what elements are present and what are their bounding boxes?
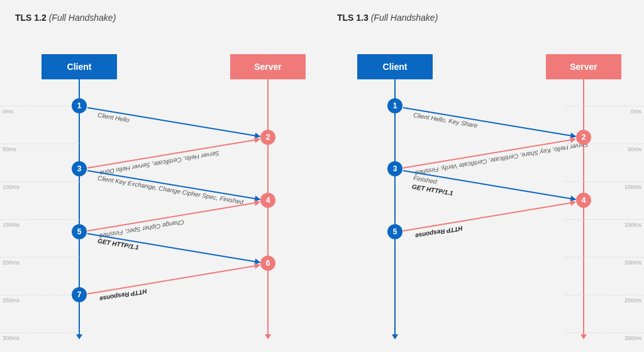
message-label-extra: GET HTTP/1.1 <box>411 183 453 197</box>
time-tick-label: 200ms <box>625 259 641 266</box>
time-tick: 150ms <box>565 219 644 220</box>
message-label: HTTP Response <box>415 225 464 239</box>
time-tick: 300ms <box>565 332 644 333</box>
time-tick-label: 150ms <box>3 222 19 228</box>
time-tick-label: 100ms <box>625 184 641 190</box>
message-arrow: Client Key Exchange, Change Cipher Spec,… <box>87 170 260 200</box>
panel-title: TLS 1.2 (Full Handshake) <box>15 13 116 23</box>
message-label: Server Hello, Certificate, Server Hello … <box>99 150 220 177</box>
time-tick: 300ms <box>0 332 79 333</box>
time-tick: 0ms <box>0 106 79 106</box>
message-label: Client Hello <box>97 111 130 123</box>
step-circle: 3 <box>387 161 402 176</box>
time-tick-label: 100ms <box>3 184 19 190</box>
message-label: GET HTTP/1.1 <box>97 237 139 251</box>
step-circle: 3 <box>72 161 87 176</box>
message-arrow: GET HTTP/1.1 <box>87 233 260 263</box>
time-tick-label: 50ms <box>3 146 16 152</box>
time-tick: 100ms <box>565 181 644 182</box>
step-circle: 1 <box>72 98 87 113</box>
message-label: Client Hello, Key Share <box>413 111 478 129</box>
message-arrow: HTTP Response <box>403 202 576 232</box>
time-tick: 250ms <box>0 295 79 295</box>
message-label: HTTP Response <box>99 288 148 302</box>
message-arrow: Client Hello <box>87 107 260 137</box>
server-box: Server <box>546 54 621 79</box>
step-circle: 4 <box>260 193 275 208</box>
message-arrow: Change Cipher Spec, Finished <box>87 202 260 232</box>
time-tick-label: 0ms <box>3 108 13 115</box>
time-tick-label: 300ms <box>3 335 19 341</box>
time-tick-label: 0ms <box>631 108 641 115</box>
time-tick-label: 250ms <box>625 297 641 304</box>
client-box: Client <box>42 54 117 79</box>
panel-tls12: TLS 1.2 (Full Handshake) ClientServer0ms… <box>0 0 322 352</box>
time-tick: 0ms <box>565 106 644 106</box>
title-bold: TLS 1.2 <box>15 13 47 23</box>
time-tick: 150ms <box>0 219 79 220</box>
client-lifeline <box>394 79 396 334</box>
time-tick: 200ms <box>0 257 79 258</box>
time-tick-label: 50ms <box>628 146 641 152</box>
time-tick-label: 200ms <box>3 259 19 266</box>
client-box: Client <box>357 54 433 79</box>
time-tick: 100ms <box>0 181 79 182</box>
message-label: Client Key Exchange, Change Cipher Spec,… <box>97 174 243 205</box>
step-circle: 5 <box>387 224 402 239</box>
step-circle: 6 <box>260 256 275 271</box>
step-circle: 4 <box>576 193 591 208</box>
panel-title: TLS 1.3 (Full Handshake) <box>337 13 438 23</box>
step-circle: 5 <box>72 224 87 239</box>
time-tick-label: 300ms <box>625 335 641 341</box>
step-circle: 7 <box>72 287 87 302</box>
time-tick-label: 150ms <box>625 222 641 228</box>
title-bold: TLS 1.3 <box>337 13 369 23</box>
time-tick-label: 250ms <box>3 297 19 304</box>
message-arrow: Client Hello, Key Share <box>403 107 576 137</box>
message-arrow: Server Hello, Key Share, Certificate, Ce… <box>403 139 576 169</box>
time-tick: 50ms <box>0 144 79 144</box>
panel-tls13: TLS 1.3 (Full Handshake) ClientServer0ms… <box>322 0 644 352</box>
message-arrow: Server Hello, Certificate, Server Hello … <box>87 139 260 169</box>
message-arrow: HTTP Response <box>87 264 260 295</box>
time-tick: 200ms <box>565 257 644 258</box>
step-circle: 2 <box>576 130 591 145</box>
time-tick: 250ms <box>565 295 644 295</box>
server-box: Server <box>230 54 306 79</box>
diagram-wrap: TLS 1.2 (Full Handshake) ClientServer0ms… <box>0 0 644 352</box>
message-label: Server Hello, Key Share, Certificate, Ce… <box>415 141 589 177</box>
step-circle: 1 <box>387 98 402 113</box>
title-italic: (Full Handshake) <box>371 13 438 23</box>
title-italic: (Full Handshake) <box>49 13 116 23</box>
step-circle: 2 <box>260 130 275 145</box>
message-arrow: FinishedGET HTTP/1.1 <box>403 170 576 200</box>
